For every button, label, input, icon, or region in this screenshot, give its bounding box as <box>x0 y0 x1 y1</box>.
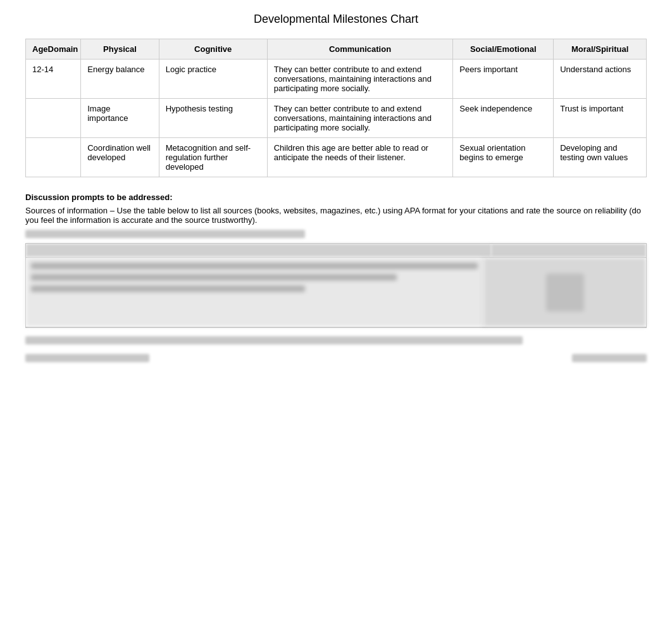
communication-cell-3: Children this age are better able to rea… <box>267 138 453 177</box>
sources-text: Sources of information – Use the table b… <box>25 206 647 225</box>
age-header-label: Age <box>32 44 48 54</box>
domain-header-label: Domain <box>48 44 78 54</box>
blurred-sources-table <box>25 243 647 328</box>
discussion-title: Discussion prompts to be addressed: <box>25 192 647 202</box>
moral-cell-3: Developing and testing own values <box>554 138 647 177</box>
milestones-table: Age Domain Physical Cognitive Communicat… <box>25 39 647 177</box>
table-row: 12-14 Energy balance Logic practice They… <box>26 60 647 99</box>
physical-cell-2: Image importance <box>81 99 159 138</box>
cognitive-cell-3: Metacognition and self-regulation furthe… <box>159 138 267 177</box>
moral-cell-2: Trust is important <box>554 99 647 138</box>
social-cell-1: Peers important <box>453 60 554 99</box>
cognitive-cell-1: Logic practice <box>159 60 267 99</box>
cognitive-cell-2: Hypothesis testing <box>159 99 267 138</box>
physical-header: Physical <box>81 39 159 60</box>
social-cell-2: Seek independence <box>453 99 554 138</box>
communication-cell-1: They can better contribute to and extend… <box>267 60 453 99</box>
physical-cell-3: Coordination well developed <box>81 138 159 177</box>
communication-header: Communication <box>267 39 453 60</box>
table-row: Image importance Hypothesis testing They… <box>26 99 647 138</box>
moral-spiritual-header: Moral/Spiritual <box>554 39 647 60</box>
age-cell-3 <box>26 138 81 177</box>
cognitive-header: Cognitive <box>159 39 267 60</box>
table-row: Coordination well developed Metacognitio… <box>26 138 647 177</box>
domain-header: Age Domain <box>26 39 81 60</box>
page-title: Developmental Milestones Chart <box>25 13 647 26</box>
age-cell-1: 12-14 <box>26 60 81 99</box>
table-header-row: Age Domain Physical Cognitive Communicat… <box>26 39 647 60</box>
bottom-blurred-area <box>25 333 647 365</box>
social-emotional-header: Social/Emotional <box>453 39 554 60</box>
moral-cell-1: Understand actions <box>554 60 647 99</box>
discussion-section: Discussion prompts to be addressed: Sour… <box>25 192 647 365</box>
physical-cell-1: Energy balance <box>81 60 159 99</box>
age-cell-2 <box>26 99 81 138</box>
social-cell-3: Sexual orientation begins to emerge <box>453 138 554 177</box>
communication-cell-2: They can better contribute to and extend… <box>267 99 453 138</box>
blurred-line-1 <box>25 230 305 238</box>
